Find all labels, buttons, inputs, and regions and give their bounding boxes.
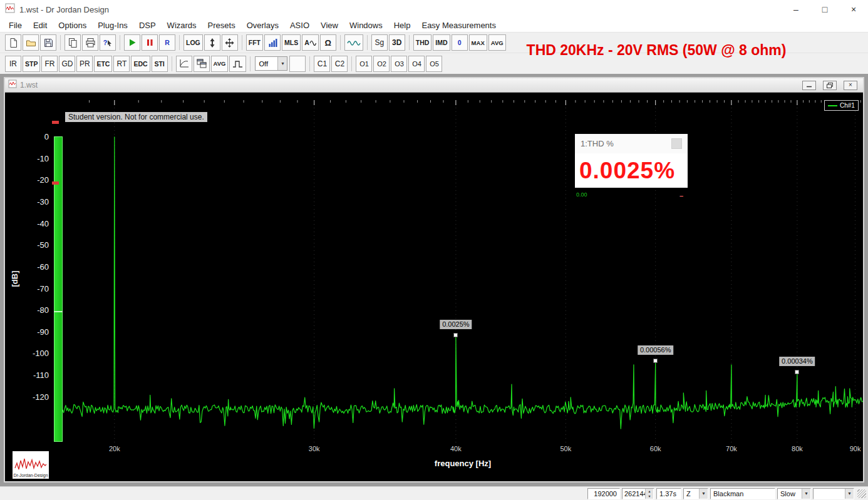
spin-down-icon[interactable]: ▾ <box>646 494 653 499</box>
etc-button[interactable]: ETC <box>94 56 112 72</box>
copy-button[interactable] <box>65 34 81 51</box>
avg2-button[interactable]: AVG <box>211 56 229 72</box>
menu-item-options[interactable]: Options <box>53 21 92 30</box>
close-button[interactable]: × <box>839 0 868 19</box>
chevron-down-icon[interactable]: ▾ <box>699 489 708 499</box>
meter-clip-mark <box>52 121 59 124</box>
y-tick-label: -10 <box>5 154 49 164</box>
fr-button[interactable]: FR <box>41 56 58 72</box>
doc-restore-button[interactable] <box>823 81 837 90</box>
play-button[interactable] <box>124 34 140 51</box>
menu-item-windows[interactable]: Windows <box>344 21 388 30</box>
y-tick-label: 0 <box>5 132 49 142</box>
window-copy-icon[interactable] <box>194 56 210 72</box>
edc-button[interactable]: EDC <box>131 56 150 72</box>
toolbar-row-2: IR STP FR GD PR ETC RT EDC STI AVG Off▾ … <box>0 53 868 74</box>
menu-item-presets[interactable]: Presets <box>202 21 241 30</box>
peak-marker[interactable] <box>795 370 799 374</box>
rt-button[interactable]: RT <box>113 56 130 72</box>
measurement-close-button[interactable] <box>671 138 682 149</box>
spectrum-bars-icon[interactable] <box>264 34 281 51</box>
sample-rate-field[interactable]: 192000 <box>587 488 620 499</box>
chevron-down-icon[interactable]: ▾ <box>802 489 810 499</box>
pause-button[interactable] <box>142 34 158 51</box>
menu-item-asio[interactable]: ASIO <box>284 21 315 30</box>
log-scale-button[interactable]: LOG <box>183 34 203 51</box>
gd-button[interactable]: GD <box>59 56 75 72</box>
help-button[interactable]: ? <box>100 34 116 51</box>
channel1-button[interactable]: C1 <box>314 56 330 72</box>
doc-minimize-button[interactable] <box>802 81 816 90</box>
extra-combo[interactable]: ▾ <box>813 488 854 499</box>
save-button[interactable] <box>40 34 56 51</box>
fft-size-spinner[interactable]: 262144 ▴ ▾ <box>622 488 654 499</box>
menu-item-dsp[interactable]: DSP <box>133 21 162 30</box>
menu-item-view[interactable]: View <box>315 21 344 30</box>
stp-button[interactable]: STP <box>23 56 40 72</box>
zero-button[interactable]: 0 <box>452 34 468 51</box>
menu-item-plug-ins[interactable]: Plug-Ins <box>92 21 133 30</box>
menu-item-easy-measurements[interactable]: Easy Measurements <box>416 21 502 30</box>
resize-grip[interactable] <box>857 489 866 498</box>
peak-marker[interactable] <box>453 333 458 337</box>
axis-combo[interactable]: Z▾ <box>683 488 708 499</box>
x-tick-label: 70k <box>719 445 744 452</box>
record-button[interactable]: R <box>159 34 175 51</box>
overlay3-button[interactable]: O3 <box>391 56 407 72</box>
imd-button[interactable]: IMD <box>433 34 450 51</box>
menu-item-overlays[interactable]: Overlays <box>241 21 284 30</box>
overlay5-button[interactable]: O5 <box>426 56 442 72</box>
overlay1-button[interactable]: O1 <box>356 56 372 72</box>
time-length-field[interactable]: 1.37s <box>656 488 681 499</box>
blank-button[interactable] <box>289 56 306 72</box>
pr-button[interactable]: PR <box>76 56 93 72</box>
document-title-bar[interactable]: 1.wst × <box>5 78 863 93</box>
menu-item-file[interactable]: File <box>3 21 28 30</box>
channel-legend[interactable]: Ch#1 <box>824 100 859 111</box>
avg-button[interactable]: AVG <box>488 34 506 51</box>
channel2-button[interactable]: C2 <box>331 56 348 72</box>
chevron-down-icon[interactable]: ▾ <box>277 57 287 70</box>
spectrum-plot <box>63 100 863 444</box>
minimize-button[interactable]: – <box>782 0 810 19</box>
maximize-button[interactable]: □ <box>810 0 839 19</box>
speed-combo[interactable]: Slow▾ <box>777 488 811 499</box>
signal-generator-button[interactable]: Sg <box>371 34 388 51</box>
peak-marker[interactable] <box>653 359 658 363</box>
overlay2-button[interactable]: O2 <box>373 56 390 72</box>
print-button[interactable] <box>82 34 98 51</box>
vertical-scale-icon[interactable] <box>204 34 220 51</box>
pulse-icon[interactable] <box>229 56 246 72</box>
document-window: 1.wst × Student version. Not for commerc… <box>4 77 864 482</box>
pan-cross-icon[interactable] <box>222 34 238 51</box>
separator <box>172 56 172 71</box>
fft-button[interactable]: FFT <box>246 34 263 51</box>
sweep-wave-icon[interactable] <box>344 34 363 51</box>
transfer-plot-icon[interactable] <box>176 56 192 72</box>
chevron-down-icon[interactable]: ▾ <box>845 489 854 499</box>
ir-button[interactable]: IR <box>5 56 21 72</box>
omega-button[interactable]: Ω <box>320 34 336 51</box>
max-button[interactable]: MAX <box>469 34 487 51</box>
window-controls: – □ × <box>782 0 868 19</box>
menu-item-edit[interactable]: Edit <box>28 21 53 30</box>
overlay4-button[interactable]: O4 <box>408 56 425 72</box>
sti-button[interactable]: STI <box>152 56 168 72</box>
menu-item-help[interactable]: Help <box>388 21 416 30</box>
threed-button[interactable]: 3D <box>389 34 405 51</box>
separator <box>351 56 352 71</box>
spin-up-icon[interactable]: ▴ <box>646 489 653 494</box>
window-function-field[interactable]: Blackman <box>710 488 775 499</box>
mls-button[interactable]: MLS <box>282 34 301 51</box>
app-window: 1.wst - Dr Jordan Design – □ × FileEditO… <box>0 0 868 500</box>
overlay-mode-select[interactable]: Off▾ <box>255 56 287 71</box>
window-title: 1.wst - Dr Jordan Design <box>19 5 109 14</box>
measurement-title-bar[interactable]: 1:THD % <box>575 134 688 153</box>
x-tick-label: 90k <box>843 445 863 452</box>
thd-button[interactable]: THD <box>413 34 432 51</box>
open-button[interactable] <box>23 34 39 51</box>
new-button[interactable] <box>5 34 21 51</box>
doc-close-button[interactable]: × <box>844 81 857 90</box>
menu-item-wizards[interactable]: Wizards <box>162 21 202 30</box>
a-weighting-button[interactable]: A <box>302 34 319 51</box>
